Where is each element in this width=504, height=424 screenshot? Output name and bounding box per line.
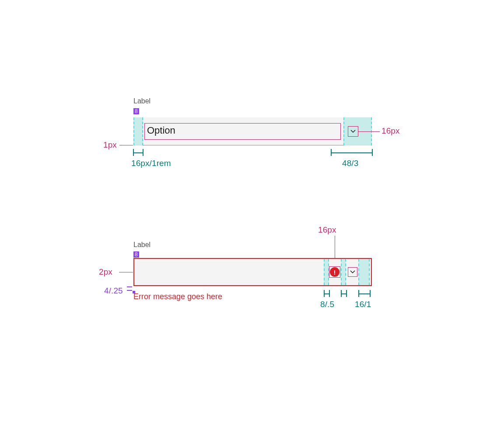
left-padding-highlight [133,117,143,145]
error-message: Error message goes here [133,292,222,301]
border-width-annotation: 2px [99,267,112,277]
callout-line [119,145,133,145]
callout-line [358,131,380,132]
error-icon: ! [330,267,340,277]
measure-brace [341,290,347,297]
left-padding-annotation: 16px/1rem [131,159,171,168]
chevron-size-annotation: 16px [382,126,400,136]
callout-line [119,272,133,272]
icon-size-annotation: 16px [318,225,336,235]
chevron-down-icon [350,270,355,274]
spacing-highlight [324,259,329,285]
message-gap-annotation: 4/.25 [104,286,123,296]
measure-brace [358,290,371,297]
spacing-highlight [341,259,346,285]
warning-filled-icon: ! [330,267,340,277]
gap-right-annotation: 16/1 [355,300,371,309]
border-width-annotation: 1px [103,140,117,150]
gap-glyph-icon [127,286,132,292]
measure-brace [324,290,330,297]
right-hitarea-annotation: 48/3 [342,159,358,168]
measure-brace-left [133,149,144,156]
gap-small-annotation: 8/.5 [320,300,334,309]
chevron-bounding-box [348,126,358,137]
chevron-down-icon [350,130,356,133]
label-gap-badge: 8 [133,108,139,114]
spacing-highlight [358,259,370,285]
chevron-bounding-box [348,267,357,277]
field-label: Label [133,97,150,105]
dropdown-value: Option [147,125,175,136]
field-label: Label [133,241,150,249]
label-gap-badge: 8 [133,251,139,258]
measure-brace-right [331,149,373,156]
